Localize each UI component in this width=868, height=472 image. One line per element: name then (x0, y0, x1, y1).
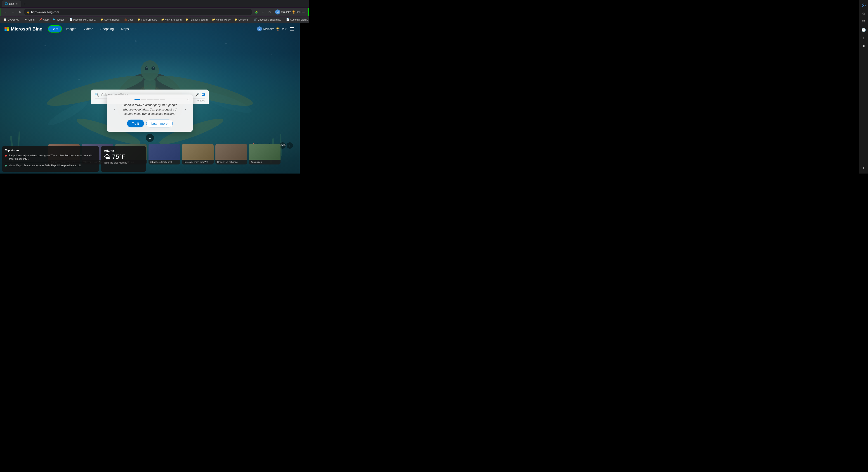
weather-condition-icon: 🌤 (104, 153, 110, 161)
browser-chrome: 🌐 Bing × + ← → ↻ 🔒 https://www.bing.com … (0, 0, 309, 23)
fav-item-atomic-music[interactable]: 📁 Atomic Music (210, 18, 232, 22)
fav-icon-malcolm: 📄 (69, 18, 72, 21)
nav-item-shopping[interactable]: Shopping (97, 26, 117, 32)
svg-rect-36 (290, 27, 294, 28)
weather-panel: Atlanta ⌄ 🌤 75°F Temps to drop Monday (101, 146, 146, 172)
bing-points-value: 2280 (281, 27, 287, 31)
nav-item-chat[interactable]: Chat (48, 25, 62, 33)
news-card-image-7 (249, 144, 281, 160)
points-button[interactable]: 🏆 2280 (293, 9, 300, 15)
tab-close-btn[interactable]: × (16, 2, 19, 5)
fav-item-malcolm[interactable]: 📄 Malcolm McMillan |... (68, 18, 98, 22)
bing-nav-items: Chat Images Videos Shopping Maps ... (48, 25, 140, 33)
scroll-down-button[interactable]: ⌄ (146, 134, 154, 142)
prompt-dot-2 (141, 99, 146, 100)
prompt-dot-4 (153, 99, 159, 100)
tab-favicon: 🌐 (4, 2, 8, 5)
microsoft-logo-icon (4, 27, 9, 31)
svg-point-14 (141, 60, 159, 81)
fav-item-foam[interactable]: 📄 Custom Foam Matt... (284, 18, 309, 22)
fav-item-secret-hopper[interactable]: 📁 Secret Hopper (98, 18, 122, 22)
prompt-prev-button[interactable]: ‹ (112, 106, 118, 113)
bing-logo[interactable]: Microsoft Bing (4, 26, 42, 32)
bing-points[interactable]: 🏆 2280 (276, 27, 287, 31)
microphone-icon[interactable]: 🎤 (195, 92, 199, 97)
weather-temperature: 75°F (112, 153, 125, 160)
svg-rect-34 (4, 29, 6, 31)
profile-name: Malcolm (281, 10, 291, 13)
forward-button[interactable]: → (9, 9, 16, 15)
fav-icon-gmail: ✉ (25, 18, 28, 21)
story-divider (5, 163, 96, 163)
prompt-close-button[interactable]: ✕ (185, 97, 191, 102)
fav-icon-jobs: 💼 (124, 18, 127, 21)
svg-rect-38 (290, 30, 294, 31)
prompt-dot-3 (147, 99, 153, 100)
bing-username: Malcolm (264, 27, 274, 31)
try-it-button[interactable]: Try it (127, 120, 144, 127)
bing-nav-right: M Malcolm 🏆 2280 (257, 26, 295, 32)
fav-icon-my-activity: 📋 (4, 18, 7, 21)
fav-item-fantasy-football[interactable]: 📁 Fantasy Football (184, 18, 210, 22)
news-card-6[interactable]: Cheap 'like cabbage' (215, 144, 247, 164)
extensions-button[interactable]: 🧩 (253, 9, 259, 15)
fav-icon-atomic-music: 📁 (212, 18, 215, 21)
nav-item-maps[interactable]: Maps (118, 26, 132, 32)
story-item-2[interactable]: Miami Mayor Suarez announces 2024 Republ… (5, 164, 96, 167)
news-next-arrow[interactable]: › (287, 143, 293, 149)
fav-icon-fantasy-football: 📁 (186, 18, 189, 21)
toolbar-buttons: 🧩 ☆ ⚙ M Malcolm 🏆 2280 ⋯ (253, 8, 307, 15)
fav-item-checkout[interactable]: 🛒 Checkout: Shopping... (252, 18, 284, 22)
weather-city[interactable]: Atlanta ⌄ (104, 149, 143, 152)
points-icon: 🏆 (292, 10, 296, 14)
fav-item-vinyl[interactable]: 📁 Vinyl Shopping (159, 18, 183, 22)
url-box[interactable]: 🔒 https://www.bing.com (24, 9, 252, 15)
fav-item-rare-creature[interactable]: 📁 Rare Creature (135, 18, 159, 22)
story-text-1: Judge Cannon jumpstarts oversight of Tru… (8, 154, 96, 161)
fav-icon-keep: 📌 (39, 18, 42, 21)
settings-button[interactable]: ⚙ (267, 9, 273, 15)
profile-button[interactable]: M Malcolm (273, 8, 293, 15)
fav-item-twitter[interactable]: 🐦 Twitter (51, 18, 66, 22)
active-tab[interactable]: 🌐 Bing × (2, 0, 21, 7)
main-content: Microsoft Bing Chat Images Videos Shoppi… (0, 23, 300, 174)
story-item-1[interactable]: Judge Cannon jumpstarts oversight of Tru… (5, 154, 96, 161)
fav-item-jobs[interactable]: 💼 Jobs (123, 18, 135, 22)
fav-icon-vinyl: 📁 (161, 18, 164, 21)
refresh-button[interactable]: ↻ (17, 9, 23, 15)
back-button[interactable]: ← (2, 9, 8, 15)
favorites-button[interactable]: ☆ (260, 9, 266, 15)
news-card-label-7: Apologizes (249, 160, 281, 164)
bing-user-profile[interactable]: M Malcolm (257, 26, 274, 31)
weather-main: 🌤 75°F (104, 153, 143, 161)
prompt-dot-1 (134, 99, 140, 100)
image-search-icon[interactable]: 🖼 (202, 92, 205, 96)
top-stories-header: Top stories (5, 149, 96, 152)
learn-more-button[interactable]: Learn more (146, 120, 173, 127)
news-card-7[interactable]: Apologizes (249, 144, 281, 164)
fav-icon-twitter: 🐦 (53, 18, 56, 21)
svg-rect-32 (4, 27, 6, 29)
nav-item-videos[interactable]: Videos (81, 26, 96, 32)
points-trophy-icon: 🏆 (276, 27, 280, 31)
news-nav-arrows: ‹ › (279, 143, 293, 149)
new-tab-button[interactable]: + (22, 1, 28, 7)
search-right-icons: 🎤 🖼 (195, 92, 205, 97)
svg-rect-37 (290, 29, 294, 29)
fav-item-concerts[interactable]: 📁 Concerts (233, 18, 250, 22)
tab-bar: 🌐 Bing × + (0, 0, 309, 8)
story-text-2: Miami Mayor Suarez announces 2024 Republ… (8, 164, 81, 167)
bing-navigation: Microsoft Bing Chat Images Videos Shoppi… (0, 23, 300, 35)
fav-item-my-activity[interactable]: 📋 My Activity (2, 18, 21, 22)
fav-icon-rare-creature: 📁 (137, 18, 141, 21)
prompt-next-button[interactable]: › (182, 106, 188, 113)
nav-item-more[interactable]: ... (133, 26, 140, 32)
search-magnifier-icon: 🔍 (95, 92, 99, 97)
fav-item-gmail[interactable]: ✉ Gmail (23, 18, 37, 22)
news-card-image-6 (215, 144, 247, 160)
avatar: M (275, 9, 280, 14)
fav-item-keep[interactable]: 📌 Keep (37, 18, 51, 22)
hamburger-menu-button[interactable] (289, 26, 295, 32)
more-button[interactable]: ⋯ (300, 9, 307, 15)
nav-item-images[interactable]: Images (63, 26, 80, 32)
